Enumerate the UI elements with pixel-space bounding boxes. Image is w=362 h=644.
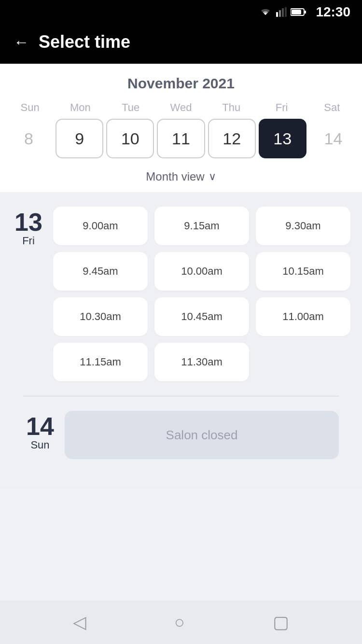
page-title: Select time — [39, 32, 130, 52]
day-13-section: 13 Fri 9.00am 9.15am 9.30am 9.45am 10.00… — [12, 207, 350, 381]
day-14-label: 14 Sun — [23, 411, 57, 459]
cal-day-14[interactable]: 14 — [309, 119, 357, 158]
signal-icon — [276, 7, 287, 17]
bottom-nav: ◁ ○ ▢ — [0, 601, 362, 644]
month-view-label: Month view — [146, 170, 204, 183]
svg-rect-6 — [305, 11, 306, 14]
status-time: 12:30 — [316, 4, 350, 20]
day-headers-row: Sun Mon Tue Wed Thu Fri Sat — [0, 101, 362, 114]
time-slot-915am[interactable]: 9.15am — [154, 207, 249, 245]
time-slot-1115am[interactable]: 11.15am — [53, 343, 148, 381]
day-13-label: 13 Fri — [12, 207, 45, 381]
cal-day-9[interactable]: 9 — [56, 119, 103, 158]
time-slot-930am[interactable]: 9.30am — [256, 207, 350, 245]
section-divider — [23, 396, 339, 396]
time-slot-945am[interactable]: 9.45am — [53, 252, 148, 291]
month-view-toggle[interactable]: Month view ∨ — [0, 163, 362, 192]
day-14-number: 14 — [26, 414, 54, 439]
time-slot-1015am[interactable]: 10.15am — [256, 252, 350, 291]
day-14-section: 14 Sun Salon closed — [12, 411, 350, 474]
salon-closed-box: Salon closed — [65, 411, 339, 459]
day-header-fri: Fri — [256, 101, 306, 114]
time-slot-1100am[interactable]: 11.00am — [256, 297, 350, 336]
day-13-number: 13 — [14, 210, 42, 235]
nav-home-button[interactable]: ○ — [174, 612, 185, 632]
back-button[interactable]: ← — [14, 34, 29, 50]
cal-day-11[interactable]: 11 — [157, 119, 205, 158]
day-13-name: Fri — [22, 235, 35, 247]
nav-recent-button[interactable]: ▢ — [273, 612, 289, 632]
svg-rect-1 — [279, 10, 281, 17]
day-13-slots-grid: 9.00am 9.15am 9.30am 9.45am 10.00am 10.1… — [53, 207, 350, 381]
cal-day-12[interactable]: 12 — [208, 119, 256, 158]
svg-rect-2 — [282, 8, 284, 17]
status-bar: 12:30 — [0, 0, 362, 24]
wifi-icon — [259, 7, 272, 17]
svg-rect-5 — [292, 10, 301, 14]
cal-day-8[interactable]: 8 — [5, 119, 53, 158]
time-slot-1030am[interactable]: 10.30am — [53, 297, 148, 336]
status-icons — [259, 7, 306, 17]
svg-rect-3 — [285, 7, 287, 17]
day-header-wed: Wed — [156, 101, 206, 114]
cal-day-10[interactable]: 10 — [106, 119, 154, 158]
time-slot-1045am[interactable]: 10.45am — [154, 297, 249, 336]
month-year-title: November 2021 — [0, 75, 362, 92]
time-slot-1130am[interactable]: 11.30am — [154, 343, 249, 381]
time-slot-900am[interactable]: 9.00am — [53, 207, 148, 245]
day-header-thu: Thu — [206, 101, 256, 114]
time-slot-1000am[interactable]: 10.00am — [154, 252, 249, 291]
salon-closed-text: Salon closed — [166, 428, 238, 443]
calendar-section: November 2021 Sun Mon Tue Wed Thu Fri Sa… — [0, 64, 362, 192]
day-header-mon: Mon — [55, 101, 105, 114]
header: ← Select time — [0, 24, 362, 64]
battery-icon — [291, 8, 306, 16]
day-header-sat: Sat — [307, 101, 357, 114]
calendar-week-row: 8 9 10 11 12 13 14 — [0, 119, 362, 163]
svg-rect-0 — [276, 12, 278, 17]
cal-day-13[interactable]: 13 — [259, 119, 306, 158]
day-14-name: Sun — [30, 439, 49, 451]
day-header-tue: Tue — [106, 101, 156, 114]
chevron-down-icon: ∨ — [209, 170, 216, 183]
day-header-sun: Sun — [5, 101, 55, 114]
time-slots-section: 13 Fri 9.00am 9.15am 9.30am 9.45am 10.00… — [0, 192, 362, 488]
nav-back-button[interactable]: ◁ — [73, 612, 86, 632]
